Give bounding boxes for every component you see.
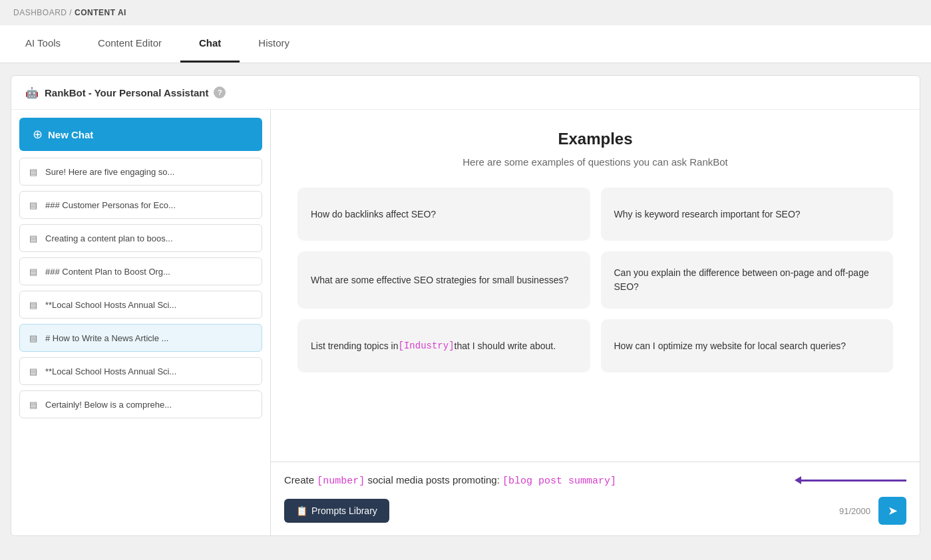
example-card[interactable]: List trending topics in [Industry] that …	[297, 319, 590, 372]
tab-chat[interactable]: Chat	[180, 25, 240, 63]
example-card-text-after: that I should write about.	[455, 339, 556, 353]
prompts-library-button[interactable]: 📋 Prompts Library	[284, 499, 389, 523]
prompts-library-label: Prompts Library	[311, 505, 377, 516]
chat-msg-icon: ▤	[27, 399, 40, 410]
example-card-text: Can you explain the difference between o…	[614, 266, 880, 294]
send-button[interactable]: ➤	[878, 497, 906, 525]
chat-sidebar-inner: ⊕ New Chat ▤ Sure! Here are five engagin…	[11, 110, 270, 535]
example-card-highlight: [Industry]	[399, 339, 455, 353]
rankbot-header: 🤖 RankBot - Your Personal Assistant ?	[11, 76, 920, 110]
new-chat-plus-icon: ⊕	[33, 127, 43, 142]
arrow-annotation	[800, 480, 906, 482]
chat-msg-icon: ▤	[27, 266, 40, 277]
chat-msg-icon: ▤	[27, 166, 40, 177]
chat-body: ⊕ New Chat ▤ Sure! Here are five engagin…	[11, 110, 920, 535]
example-card-text: List trending topics in	[311, 339, 399, 353]
send-icon: ➤	[888, 503, 898, 518]
example-card-text: How do backlinks affect SEO?	[311, 208, 436, 221]
input-text-before: Create	[284, 474, 317, 486]
example-card[interactable]: What are some effective SEO strategies f…	[297, 251, 590, 309]
examples-grid: How do backlinks affect SEO? Why is keyw…	[297, 188, 893, 372]
example-card[interactable]: How can I optimize my website for local …	[601, 319, 894, 372]
list-item[interactable]: ▤ ### Content Plan to Boost Org...	[19, 257, 262, 285]
help-icon[interactable]: ?	[214, 86, 226, 98]
breadcrumb-current: CONTENT AI	[75, 8, 126, 17]
example-card-text: How can I optimize my website for local …	[614, 339, 846, 353]
chat-msg-icon: ▤	[27, 200, 40, 210]
chat-msg-icon: ▤	[27, 333, 40, 343]
chat-input-row: Create [number] social media posts promo…	[284, 473, 906, 490]
tab-ai-tools[interactable]: AI Tools	[7, 25, 79, 63]
history-item-text: # How to Write a News Article ...	[45, 333, 168, 343]
list-item[interactable]: ▤ Certainly! Below is a comprehe...	[19, 390, 262, 418]
list-item[interactable]: ▤ **Local School Hosts Annual Sci...	[19, 291, 262, 319]
tabs-bar: AI Tools Content Editor Chat History	[0, 25, 931, 63]
input-text-middle: social media posts promoting:	[365, 474, 502, 486]
examples-title: Examples	[297, 130, 893, 148]
history-item-text: Sure! Here are five engaging so...	[45, 167, 174, 177]
prompts-library-icon: 📋	[296, 505, 307, 516]
example-card-text: Why is keyword research important for SE…	[614, 208, 801, 221]
examples-subtitle: Here are some examples of questions you …	[297, 156, 893, 168]
chat-main: Examples Here are some examples of quest…	[271, 110, 920, 535]
chat-msg-icon: ▤	[27, 299, 40, 310]
char-count: 91/2000	[839, 506, 870, 516]
example-card[interactable]: Why is keyword research important for SE…	[601, 188, 894, 241]
main-container: 🤖 RankBot - Your Personal Assistant ? ⊕ …	[11, 75, 920, 536]
example-card[interactable]: How do backlinks affect SEO?	[297, 188, 590, 241]
new-chat-button[interactable]: ⊕ New Chat	[19, 118, 262, 151]
input-highlight-blog: [blog post summary]	[502, 476, 616, 487]
chat-input-bottom: 📋 Prompts Library 91/2000 ➤	[284, 497, 906, 525]
chat-input-text[interactable]: Create [number] social media posts promo…	[284, 473, 793, 490]
list-item[interactable]: ▤ **Local School Hosts Annual Sci...	[19, 357, 262, 385]
tab-history[interactable]: History	[240, 25, 308, 63]
char-count-and-send: 91/2000 ➤	[839, 497, 906, 525]
list-item[interactable]: ▤ Creating a content plan to boos...	[19, 224, 262, 252]
input-highlight-number: [number]	[317, 476, 365, 487]
history-item-text: ### Customer Personas for Eco...	[45, 200, 176, 210]
tab-content-editor[interactable]: Content Editor	[79, 25, 180, 63]
chat-input-area: Create [number] social media posts promo…	[271, 462, 920, 536]
arrow-line	[800, 480, 906, 482]
chat-msg-icon: ▤	[27, 366, 40, 376]
rankbot-icon: 🤖	[25, 85, 39, 100]
list-item[interactable]: ▤ Sure! Here are five engaging so...	[19, 158, 262, 186]
history-item-text: **Local School Hosts Annual Sci...	[45, 300, 176, 310]
chat-examples-area: Examples Here are some examples of quest…	[271, 110, 920, 462]
list-item[interactable]: ▤ # How to Write a News Article ...	[19, 324, 262, 352]
chat-msg-icon: ▤	[27, 233, 40, 243]
rankbot-title: RankBot - Your Personal Assistant	[45, 87, 208, 98]
history-item-text: Certainly! Below is a comprehe...	[45, 400, 172, 410]
example-card[interactable]: Can you explain the difference between o…	[601, 251, 894, 309]
breadcrumb-dashboard: DASHBOARD	[13, 8, 67, 17]
breadcrumb: DASHBOARD / CONTENT AI	[0, 0, 931, 25]
list-item[interactable]: ▤ ### Customer Personas for Eco...	[19, 191, 262, 219]
history-item-text: **Local School Hosts Annual Sci...	[45, 366, 176, 376]
example-card-text: What are some effective SEO strategies f…	[311, 273, 568, 287]
history-item-text: Creating a content plan to boos...	[45, 233, 173, 243]
history-item-text: ### Content Plan to Boost Org...	[45, 267, 170, 277]
new-chat-label: New Chat	[48, 129, 93, 140]
breadcrumb-separator: /	[69, 8, 72, 17]
chat-sidebar: ⊕ New Chat ▤ Sure! Here are five engagin…	[11, 110, 271, 535]
